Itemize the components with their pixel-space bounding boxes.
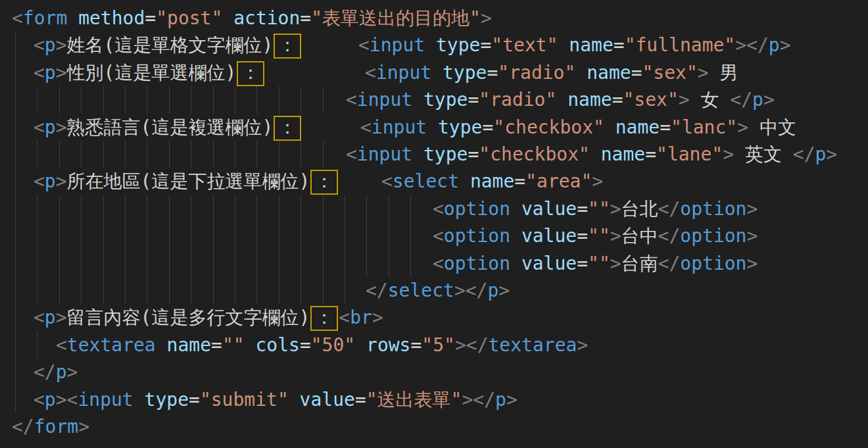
code-line[interactable]: <p><input type="submit" value="送出表單"></p… (0, 386, 868, 413)
indent-guide (59, 195, 60, 222)
indent-guide (235, 141, 235, 168)
code-token (575, 62, 587, 84)
indent-guide (235, 222, 235, 249)
code-token: < (433, 253, 444, 274)
code-line[interactable]: <input type="radio" name="sex"> 女 </p> (0, 86, 868, 113)
indent-guide (37, 141, 37, 168)
code-token: p (815, 143, 827, 165)
code-line[interactable]: </select></p> (0, 277, 868, 304)
indent-guide (256, 195, 257, 222)
code-token (510, 225, 521, 247)
code-token: 留言內容(這是多行文字欄位) (67, 307, 310, 328)
code-line[interactable]: <p>熟悉語言(這是複選欄位)：<input type="checkbox" n… (0, 114, 868, 141)
code-token (245, 334, 256, 356)
indent-guide (103, 86, 104, 113)
code-token: > (78, 416, 89, 437)
code-token: < (12, 7, 23, 29)
code-token (431, 62, 443, 84)
code-token: "" (588, 198, 610, 220)
indent-guide (323, 141, 324, 168)
code-token: 台北 (621, 198, 658, 220)
code-token: name (470, 170, 514, 192)
indent-guide (103, 222, 104, 249)
code-line[interactable]: <input type="checkbox" name="lane"> 英文 <… (0, 141, 868, 168)
code-token: p (769, 34, 780, 56)
code-token: "" (588, 225, 610, 247)
code-token: > (56, 62, 67, 84)
code-token: name (587, 62, 631, 84)
code-token: = (300, 7, 311, 29)
indent-guide (213, 250, 214, 277)
code-token: "送出表單" (366, 389, 462, 411)
indent-guide (169, 222, 170, 249)
indent-guide (279, 141, 279, 168)
code-token: p (45, 389, 56, 411)
code-token: name (615, 116, 660, 138)
code-token: = (480, 34, 491, 56)
code-token: > (610, 225, 621, 247)
indent-guide (389, 195, 389, 222)
indent-guide (59, 277, 60, 304)
code-token: = (355, 389, 366, 411)
indent-guide (410, 250, 411, 277)
indent-guide (279, 250, 279, 277)
code-token: select (393, 170, 459, 192)
indent-guide (213, 86, 214, 113)
code-token: > (462, 389, 473, 411)
code-token: = (577, 198, 588, 220)
indent-guide (59, 86, 60, 113)
code-token (289, 389, 300, 411)
code-segment: <option value="">台中</option> (433, 222, 758, 249)
code-line[interactable]: </p> (0, 359, 868, 386)
code-line[interactable]: <p>留言內容(這是多行文字欄位)：<br> (0, 304, 868, 331)
code-line[interactable]: </form> (0, 413, 868, 440)
code-token (222, 7, 233, 29)
code-token (425, 34, 436, 56)
code-token: = (487, 62, 498, 84)
indent-guide (256, 86, 257, 113)
code-token: "submit" (200, 389, 289, 411)
code-token: > (780, 34, 791, 56)
indent-guide (81, 250, 82, 277)
code-line[interactable]: <option value="">台南</option> (0, 250, 868, 277)
code-token (510, 253, 521, 274)
indent-guide (37, 332, 37, 359)
indent-guide (213, 141, 214, 168)
indent-guide (366, 250, 367, 277)
code-token: "lanc" (671, 116, 737, 138)
code-token: > (698, 62, 709, 84)
code-segment: <p><input type="submit" value="送出表單"></p… (34, 386, 518, 413)
code-token: value (300, 389, 355, 411)
code-line[interactable]: <textarea name="" cols="50" rows="5"></t… (0, 332, 868, 359)
code-token: p (495, 389, 506, 411)
code-line[interactable]: <p>性別(這是單選欄位)：<input type="radio" name="… (0, 59, 868, 86)
code-token: input (370, 34, 425, 56)
indent-guide (389, 250, 389, 277)
code-segment: <textarea name="" cols="50" rows="5"></t… (56, 332, 588, 359)
code-line[interactable]: <option value="">台中</option> (0, 222, 868, 249)
code-token: > (746, 253, 758, 274)
indent-guide (301, 277, 301, 304)
code-editor[interactable]: <form method="post" action="表單送出的目的地"><p… (0, 0, 868, 448)
indent-guide (323, 250, 324, 277)
code-line[interactable]: <option value="">台北</option> (0, 195, 868, 222)
code-token: 女 (690, 89, 731, 111)
indent-guide (301, 222, 301, 249)
code-token: type (443, 62, 487, 84)
code-token: < (34, 389, 45, 411)
code-line[interactable]: <p>姓名(這是單格文字欄位)：<input type="text" name=… (0, 32, 868, 59)
code-token (558, 34, 569, 56)
code-token: </ (466, 334, 489, 356)
code-token: "text" (491, 34, 558, 56)
indent-guide (15, 32, 16, 413)
code-line[interactable]: <p>所在地區(這是下拉選單欄位)：<select name="area"> (0, 168, 868, 195)
indent-guide (191, 222, 191, 249)
code-token: = (612, 89, 623, 111)
code-token: = (300, 334, 311, 356)
code-token: p (56, 361, 67, 383)
code-line[interactable]: <form method="post" action="表單送出的目的地"> (0, 5, 868, 32)
indent-guide (191, 141, 191, 168)
indent-guide (59, 222, 60, 249)
indent-guide (59, 141, 60, 168)
indent-guide (103, 141, 104, 168)
